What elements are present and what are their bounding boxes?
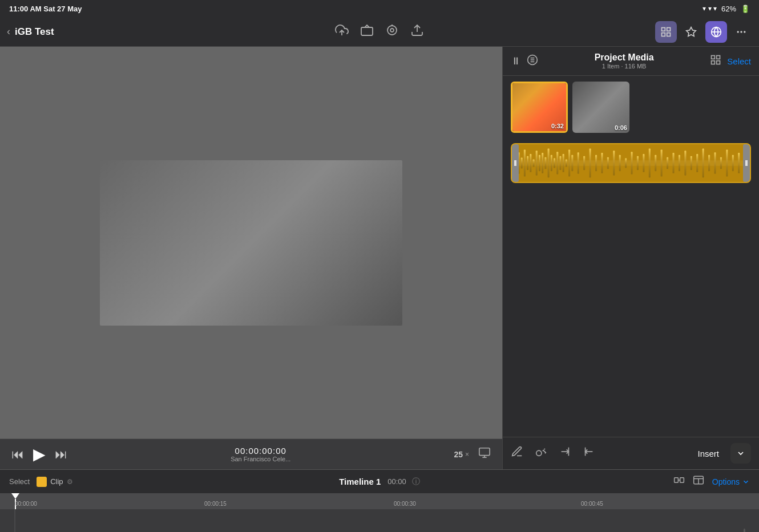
panel-bottom-toolbar: Insert	[503, 437, 759, 469]
svg-rect-64	[655, 155, 656, 171]
wifi-icon: ▾ ▾ ▾	[703, 5, 717, 13]
svg-rect-75	[720, 157, 722, 169]
volume-track[interactable]	[744, 529, 745, 532]
panel-select-button[interactable]: Select	[727, 56, 751, 66]
media-grid: 0:32 0:06	[503, 76, 759, 139]
svg-rect-33	[521, 158, 523, 169]
svg-rect-66	[667, 157, 668, 169]
star-button[interactable]	[680, 21, 702, 43]
skip-back-button[interactable]: ⏮	[11, 447, 24, 462]
insert-chevron-button[interactable]	[730, 443, 751, 464]
pen-tool-icon[interactable]	[511, 445, 523, 461]
volume-slider-area	[737, 526, 751, 532]
svg-rect-71	[696, 154, 698, 172]
ruler-mark-0: 00:00:00	[15, 501, 37, 507]
svg-rect-39	[539, 155, 540, 171]
timeline-zoom-icon[interactable]	[693, 474, 704, 489]
back-button[interactable]: ‹	[7, 26, 10, 38]
svg-rect-87	[39, 479, 45, 485]
svg-rect-7	[661, 27, 665, 31]
svg-rect-61	[637, 156, 639, 170]
trim-left-tool-icon[interactable]	[583, 445, 595, 461]
video-preview	[0, 47, 502, 438]
battery-icon: 🔋	[741, 5, 750, 13]
top-nav: ‹ iGB Test	[0, 17, 759, 47]
status-bar: 11:00 AM Sat 27 May ▾ ▾ ▾ 62% 🔋	[0, 0, 759, 17]
svg-rect-47	[563, 154, 564, 172]
svg-rect-25	[717, 55, 720, 59]
panel-list-icon[interactable]	[527, 54, 538, 68]
camera-icon[interactable]	[360, 23, 374, 40]
share-upload-icon[interactable]	[335, 23, 349, 40]
svg-rect-63	[649, 149, 651, 178]
svg-rect-67	[672, 153, 674, 173]
svg-rect-38	[536, 151, 538, 175]
panel-pause-icon[interactable]: ⏸	[511, 55, 521, 67]
timecode-display: 00:00:00:00 San Francisco Cele...	[231, 446, 290, 462]
voiceover-icon[interactable]	[385, 23, 399, 40]
svg-rect-24	[712, 55, 715, 59]
svg-rect-88	[674, 478, 678, 482]
svg-point-14	[737, 31, 738, 33]
svg-point-15	[740, 31, 742, 33]
svg-rect-49	[568, 149, 570, 176]
timeline-timecode: 00:00	[387, 477, 406, 486]
timeline-tracks	[0, 509, 759, 532]
svg-rect-52	[583, 156, 585, 170]
svg-rect-10	[667, 33, 671, 36]
trim-right-tool-icon[interactable]	[559, 445, 571, 461]
svg-rect-27	[717, 60, 720, 64]
svg-rect-45	[556, 152, 558, 174]
insert-button[interactable]: Insert	[697, 449, 719, 458]
status-time: 11:00 AM Sat 27 May	[9, 5, 82, 13]
panel-grid-icon[interactable]	[710, 54, 721, 68]
svg-rect-77	[732, 155, 734, 171]
svg-rect-48	[566, 159, 567, 166]
play-button[interactable]: ▶	[33, 445, 46, 464]
playback-bar: ⏮ ▶ ⏭ 00:00:00:00 San Francisco Cele... …	[0, 438, 502, 469]
options-button[interactable]: Options	[712, 477, 750, 486]
panel-header: ⏸ Project Media 1 Item · 116 MB Se	[503, 47, 759, 76]
timeline-title: Timeline 1	[339, 477, 381, 486]
audio-handle-left[interactable]	[512, 144, 519, 182]
clip-settings-icon[interactable]: ⚙	[67, 478, 73, 486]
timeline-info-icon[interactable]: ⓘ	[412, 477, 420, 487]
main-area: ⏮ ▶ ⏭ 00:00:00:00 San Francisco Cele... …	[0, 47, 759, 469]
svg-rect-51	[578, 152, 579, 174]
svg-rect-69	[684, 151, 686, 175]
ruler-mark-15: 00:00:15	[204, 501, 227, 507]
fps-value: 25	[454, 450, 463, 459]
photos-button[interactable]	[655, 21, 677, 43]
fps-suffix: ×	[465, 450, 469, 458]
clip-label: Clip	[50, 477, 63, 486]
svg-rect-35	[527, 156, 528, 170]
audio-handle-right[interactable]	[743, 144, 750, 182]
thumb-2-duration: 0:06	[615, 124, 627, 131]
monitor-icon[interactable]	[478, 446, 491, 462]
clip-badge: Clip ⚙	[37, 477, 72, 487]
media-thumb-1[interactable]: 0:32	[511, 82, 568, 133]
svg-rect-78	[738, 153, 740, 173]
clip-name: San Francisco Cele...	[231, 456, 290, 462]
export-icon[interactable]	[410, 23, 424, 40]
timeline-header: Select Clip ⚙ Timeline 1 00:00 ⓘ	[0, 469, 759, 493]
skip-forward-button[interactable]: ⏭	[55, 447, 67, 462]
key-tool-icon[interactable]	[535, 445, 547, 461]
svg-rect-56	[607, 157, 609, 169]
svg-point-3	[387, 26, 397, 35]
svg-rect-50	[571, 155, 573, 171]
svg-rect-62	[643, 154, 644, 172]
audio-strip[interactable]	[511, 143, 751, 183]
media-thumb-2[interactable]: 0:06	[572, 82, 629, 133]
svg-marker-11	[687, 27, 696, 36]
panel-title: Project Media	[544, 52, 704, 63]
svg-point-82	[536, 450, 542, 456]
project-title: iGB Test	[15, 26, 54, 38]
svg-rect-46	[559, 156, 561, 170]
svg-rect-68	[679, 155, 680, 171]
more-button[interactable]	[730, 21, 752, 43]
svg-rect-17	[479, 448, 490, 456]
panel-subtitle: 1 Item · 116 MB	[544, 63, 704, 70]
globe-button[interactable]	[705, 21, 727, 43]
timeline-connect-icon[interactable]	[673, 474, 685, 489]
